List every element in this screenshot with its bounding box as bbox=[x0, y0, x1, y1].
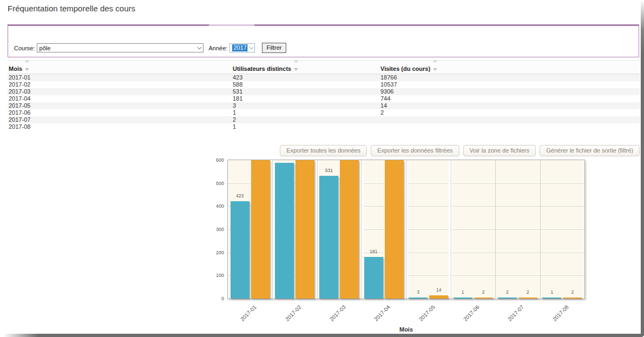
column-header-mois[interactable]: Mois bbox=[9, 65, 29, 72]
bar-visits-2017-01 bbox=[251, 160, 270, 299]
table-row: 2017-04181744 bbox=[8, 95, 640, 102]
g-n-rer-le-fichier-de-sortie-filtr--button[interactable]: Générer le fichier de sortie (filtré) bbox=[540, 145, 640, 156]
y-tick-label: 400 bbox=[207, 203, 224, 209]
cell: 10537 bbox=[380, 81, 397, 88]
column-header-utilisateurs-distincts[interactable]: Utilisateurs distincts bbox=[233, 65, 298, 72]
bar-value-label: 14 bbox=[428, 287, 450, 293]
table-row: 2017-0612 bbox=[8, 109, 640, 116]
voir-la-zone-de-fichiers-button[interactable]: Voir la zone de fichiers bbox=[463, 145, 536, 156]
year-select[interactable]: 2017 bbox=[229, 43, 255, 52]
table-row: 2017-072 bbox=[8, 116, 640, 123]
sort-asc-icon[interactable] bbox=[294, 60, 298, 62]
cell: 2017-05 bbox=[9, 102, 30, 109]
bar-visits-2017-07 bbox=[518, 298, 537, 299]
course-select[interactable]: pôle bbox=[37, 43, 203, 52]
cell: 1 bbox=[233, 109, 236, 116]
bar-visits-2017-06 bbox=[474, 298, 493, 299]
cell: 2017-04 bbox=[9, 95, 30, 102]
bar-chart: Utilisateurs 423531181314122212 01002003… bbox=[0, 157, 644, 333]
bar-value-label: 423 bbox=[229, 193, 251, 199]
cell: 2017-02 bbox=[9, 81, 30, 88]
window-frame-bottom bbox=[0, 334, 644, 337]
y-tick-label: 100 bbox=[207, 273, 224, 278]
bar-users-2017-02 bbox=[275, 163, 294, 299]
bar-value-label: 2 bbox=[472, 289, 494, 295]
column-header-visites-du-cours-[interactable]: Visites (du cours) bbox=[380, 65, 437, 72]
cell: 181 bbox=[233, 95, 242, 102]
tab-notch bbox=[209, 24, 254, 26]
gridline bbox=[406, 160, 407, 299]
cell: 744 bbox=[380, 95, 390, 102]
table-row: 2017-081 bbox=[8, 123, 640, 130]
page-title: Fréquentation temporelle des cours bbox=[8, 4, 135, 13]
export-actions: Exporter toutes les donnéesExporter les … bbox=[280, 145, 640, 156]
gridline bbox=[495, 160, 496, 299]
cell: 2017-08 bbox=[9, 123, 30, 130]
gridline bbox=[540, 160, 541, 299]
cell: 2017-01 bbox=[9, 74, 30, 81]
cell: 2017-07 bbox=[9, 116, 30, 123]
gridline bbox=[362, 160, 362, 299]
y-tick-label: 0 bbox=[207, 296, 224, 301]
y-tick-label: 600 bbox=[207, 157, 224, 163]
y-tick-label: 200 bbox=[207, 250, 224, 255]
cell: 18766 bbox=[380, 74, 397, 81]
cell: 2 bbox=[233, 116, 236, 123]
sort-desc-icon[interactable] bbox=[294, 68, 298, 71]
chevron-down-icon bbox=[247, 44, 254, 52]
bar-value-label: 3 bbox=[408, 289, 429, 295]
bar-value-label: 2 bbox=[562, 289, 583, 295]
attendance-table: MoisUtilisateurs distinctsVisites (du co… bbox=[8, 60, 640, 130]
window-frame-right bbox=[641, 0, 644, 337]
exporter-toutes-les-donn-es-button[interactable]: Exporter toutes les données bbox=[280, 145, 367, 156]
sort-asc-icon[interactable] bbox=[25, 60, 29, 62]
gridline bbox=[272, 160, 273, 299]
bar-visits-2017-02 bbox=[295, 160, 314, 299]
cell: 3 bbox=[233, 102, 236, 109]
gridline bbox=[317, 160, 318, 299]
course-select-value: pôle bbox=[40, 45, 51, 51]
bar-users-2017-01 bbox=[231, 201, 249, 299]
course-label: Course: bbox=[14, 45, 35, 51]
table-row: 2017-0258810537 bbox=[8, 81, 640, 88]
y-tick-label: 300 bbox=[207, 227, 224, 232]
filter-button[interactable]: Filtrer bbox=[262, 43, 286, 53]
cell: 1 bbox=[233, 123, 236, 130]
bar-visits-2017-04 bbox=[385, 160, 404, 299]
bar-visits-2017-03 bbox=[340, 160, 359, 299]
cell: 2 bbox=[380, 109, 384, 116]
bar-value-label: 1 bbox=[452, 289, 474, 295]
sort-desc-icon[interactable] bbox=[433, 68, 437, 71]
table-row: 2017-0142318766 bbox=[8, 74, 640, 81]
x-axis-title: Mois bbox=[227, 326, 585, 333]
cell: 2017-06 bbox=[9, 109, 30, 116]
bar-users-2017-05 bbox=[409, 298, 428, 299]
year-label: Année: bbox=[209, 45, 228, 51]
bar-value-label: 2 bbox=[517, 289, 538, 295]
cell: 2017-03 bbox=[9, 88, 30, 95]
year-select-value: 2017 bbox=[232, 44, 247, 51]
bar-users-2017-07 bbox=[498, 298, 517, 299]
chevron-down-icon bbox=[196, 44, 203, 52]
gridline bbox=[451, 160, 451, 299]
bar-users-2017-04 bbox=[364, 257, 383, 299]
table-row: 2017-05314 bbox=[8, 102, 640, 109]
cell: 14 bbox=[380, 102, 387, 109]
bar-value-label: 1 bbox=[541, 289, 563, 295]
exporter-les-donn-es-filtr-es-button[interactable]: Exporter les données filtrées bbox=[371, 145, 459, 156]
bar-users-2017-08 bbox=[542, 298, 561, 299]
cell: 531 bbox=[233, 88, 242, 95]
bar-users-2017-03 bbox=[319, 176, 338, 299]
cell: 9306 bbox=[380, 88, 393, 95]
sort-asc-icon[interactable] bbox=[433, 60, 437, 62]
sort-desc-icon[interactable] bbox=[25, 68, 29, 71]
bar-visits-2017-08 bbox=[563, 298, 582, 299]
bar-value-label: 181 bbox=[363, 249, 384, 254]
bar-users-2017-06 bbox=[454, 298, 472, 299]
cell: 588 bbox=[233, 81, 242, 88]
bar-value-label: 2 bbox=[496, 289, 518, 295]
y-tick-label: 500 bbox=[207, 181, 224, 186]
filter-panel: Course: pôle Année: 2017 Filtrer bbox=[8, 24, 639, 57]
table-row: 2017-035319306 bbox=[8, 88, 640, 95]
plot-area: 423531181314122212 bbox=[227, 160, 585, 299]
